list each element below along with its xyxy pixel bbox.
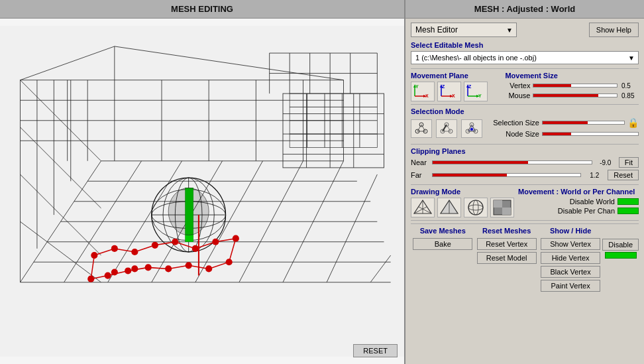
right-panel-title: MESH : Adjusted : World	[405, 0, 644, 19]
disable-area: Disable	[602, 227, 639, 292]
save-meshes-label: Save Meshes	[420, 227, 466, 235]
movement-world-section: Movement : World or Per Channel Disable …	[518, 188, 639, 216]
selection-size-label: Selection Size	[486, 119, 539, 127]
selection-row: Selection Size 🔒 Node Size	[411, 117, 639, 140]
hide-vertex-button[interactable]: Hide Vertex	[541, 252, 600, 264]
reset-meshes-label: Reset Meshes	[482, 227, 531, 235]
sel-icon-face[interactable]	[461, 119, 482, 138]
disable-per-chan-label: Disable Per Chan	[558, 207, 615, 215]
bake-button[interactable]: Bake	[413, 238, 472, 250]
vertex-slider[interactable]	[533, 84, 617, 88]
draw-icon-texture[interactable]	[490, 198, 514, 217]
selection-mode-section: Selection Mode	[411, 107, 639, 140]
vertex-label: Vertex	[505, 82, 530, 90]
reset-meshes-col: Reset Meshes Reset Vertex Reset Model	[474, 227, 538, 292]
reset-btn-container: RESET	[353, 344, 398, 357]
mesh-viewport[interactable]: RESET	[0, 19, 404, 364]
drawing-mode-section: Drawing Mode	[411, 188, 514, 217]
drawing-row: Drawing Mode	[411, 188, 639, 217]
reset-vertex-button[interactable]: Reset Vertex	[477, 238, 537, 250]
disable-world-row: Disable World	[518, 198, 639, 206]
movement-size-label: Movement Size	[505, 72, 639, 80]
svg-text:Y: Y	[478, 93, 482, 98]
sel-icon-vertex[interactable]	[411, 119, 432, 138]
plane-icon-zy[interactable]: Z Y	[464, 82, 488, 101]
mesh-dropdown-wrapper: 1 (c:\Meshes\- all objects in one -.obj)	[411, 51, 639, 64]
plane-icons: Y X Z	[411, 82, 500, 101]
left-panel-title: MESH EDITING	[0, 0, 404, 19]
disable-per-chan-row: Disable Per Chan	[518, 207, 639, 215]
far-slider[interactable]	[432, 173, 581, 177]
svg-text:X: X	[452, 93, 455, 98]
mouse-slider[interactable]	[533, 93, 617, 97]
movement-plane-section: Movement Plane Y X	[411, 72, 500, 101]
select-editable-mesh-section: Select Editable Mesh 1 (c:\Meshes\- all …	[411, 41, 639, 64]
svg-point-132	[468, 200, 483, 215]
show-hide-col: Show / Hide Show Vertex Hide Vertex Blac…	[539, 227, 602, 292]
near-label: Near	[411, 158, 429, 166]
far-label: Far	[411, 171, 429, 179]
clipping-planes-section: Clipping Planes Near -9.0 Fit Far 1.2 Re…	[411, 147, 639, 180]
movement-row: Movement Plane Y X	[411, 72, 639, 101]
show-hide-label: Show / Hide	[550, 227, 591, 235]
reset-button[interactable]: RESET	[353, 344, 398, 357]
svg-rect-136	[494, 200, 502, 208]
svg-text:X: X	[425, 93, 429, 98]
svg-point-71	[168, 188, 209, 235]
near-value: -9.0	[595, 159, 616, 166]
selection-mode-label: Selection Mode	[411, 107, 639, 115]
drawing-mode-label: Drawing Mode	[411, 188, 514, 196]
show-vertex-button[interactable]: Show Vertex	[541, 238, 600, 250]
node-size-slider[interactable]	[542, 132, 639, 136]
near-slider[interactable]	[432, 160, 592, 164]
mesh-editor-wrapper: Mesh Editor	[411, 23, 517, 37]
top-row: Mesh Editor Show Help	[411, 23, 639, 37]
disable-world-label: Disable World	[570, 198, 615, 206]
svg-rect-137	[502, 208, 511, 215]
reset-clip-button[interactable]: Reset	[608, 170, 639, 180]
far-clip-row: Far 1.2 Reset	[411, 170, 639, 180]
select-editable-mesh-label: Select Editable Mesh	[411, 41, 639, 49]
movement-plane-label: Movement Plane	[411, 72, 500, 80]
svg-point-134	[473, 200, 478, 215]
clipping-planes-label: Clipping Planes	[411, 147, 639, 155]
selection-size-slider[interactable]	[542, 121, 625, 125]
svg-text:Z: Z	[468, 84, 472, 89]
fit-button[interactable]: Fit	[619, 157, 639, 168]
mesh-editor-select[interactable]: Mesh Editor	[411, 23, 517, 37]
far-value: 1.2	[584, 172, 605, 179]
svg-text:Z: Z	[442, 84, 445, 89]
lock-icon[interactable]: 🔒	[627, 117, 639, 128]
mouse-label: Mouse	[505, 91, 530, 99]
disable-world-bar	[617, 198, 639, 205]
near-clip-row: Near -9.0 Fit	[411, 157, 639, 168]
plane-icon-zx[interactable]: Z X	[437, 82, 461, 101]
sel-icon-edge[interactable]	[436, 119, 457, 138]
show-help-button[interactable]: Show Help	[589, 23, 639, 37]
draw-icon-solid[interactable]	[437, 198, 461, 217]
svg-point-125	[470, 128, 473, 131]
node-size-row: Node Size	[486, 130, 639, 138]
reset-model-button[interactable]: Reset Model	[477, 252, 537, 264]
draw-icon-sphere[interactable]	[464, 198, 488, 217]
vertex-slider-row: Vertex 0.5	[505, 82, 639, 90]
svg-text:Y: Y	[415, 84, 419, 89]
disable-button[interactable]: Disable	[602, 239, 639, 251]
sel-size-area: Selection Size 🔒 Node Size	[486, 117, 639, 140]
mesh-dropdown[interactable]: 1 (c:\Meshes\- all objects in one -.obj)	[411, 51, 639, 64]
draw-icons	[411, 198, 514, 217]
save-meshes-col: Save Meshes Bake	[411, 227, 474, 292]
mouse-slider-row: Mouse 0.85	[505, 91, 639, 99]
plane-icon-yx[interactable]: Y X	[411, 82, 435, 101]
selection-size-row: Selection Size 🔒	[486, 117, 639, 128]
movement-world-label: Movement : World or Per Channel	[518, 188, 639, 196]
node-size-label: Node Size	[486, 130, 539, 138]
mouse-value: 0.85	[620, 92, 639, 99]
paint-vertex-button[interactable]: Paint Vertex	[541, 280, 600, 292]
movement-size-section: Movement Size Vertex 0.5 Mouse 0.85	[505, 72, 639, 101]
bottom-row: Save Meshes Bake Reset Meshes Reset Vert…	[411, 223, 639, 292]
black-vertex-button[interactable]: Black Vertex	[541, 266, 600, 278]
svg-point-133	[468, 205, 483, 210]
vertex-value: 0.5	[620, 82, 639, 90]
draw-icon-wireframe[interactable]	[411, 198, 435, 217]
